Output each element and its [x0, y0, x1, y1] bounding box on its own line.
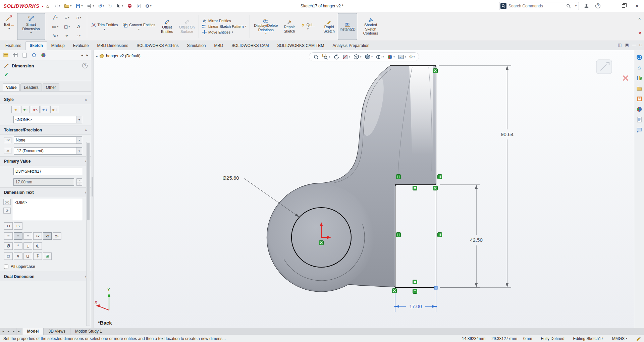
- align-left-button[interactable]: ≡: [4, 232, 13, 240]
- dimension-text-section-header[interactable]: Dimension Text ˄: [0, 187, 91, 197]
- tab-value[interactable]: Value: [3, 83, 20, 91]
- diameter-symbol-button[interactable]: Ø: [4, 242, 13, 250]
- forum-icon[interactable]: [636, 126, 643, 134]
- smart-dimension-button[interactable]: Smart Dimension ▾: [17, 13, 45, 40]
- square-symbol-button[interactable]: □: [4, 252, 13, 260]
- countersink-symbol-button[interactable]: ∨: [14, 252, 22, 260]
- more-symbols-button[interactable]: ⊞: [43, 252, 52, 260]
- unit-system-select[interactable]: MMGS ▾: [612, 336, 627, 341]
- save-button[interactable]: ▾: [74, 2, 84, 9]
- configuration-tab-icon[interactable]: [21, 52, 28, 59]
- degree-symbol-button[interactable]: °: [14, 242, 22, 250]
- solidworks-resources-icon[interactable]: ⌂: [636, 64, 643, 71]
- dim-handle[interactable]: [394, 305, 396, 307]
- tolerance-section-header[interactable]: Tolerance/Precision ˄: [0, 125, 91, 135]
- text-after-button[interactable]: x+: [53, 232, 61, 240]
- panel-splitter[interactable]: [91, 50, 94, 328]
- rebuild-button[interactable]: [126, 2, 133, 9]
- logo-caret-icon[interactable]: ▸: [42, 4, 44, 8]
- appearances-scenes-icon[interactable]: [636, 106, 643, 113]
- move-entities-button[interactable]: Move Entities ▾: [202, 30, 247, 35]
- open-button[interactable]: ▾: [63, 2, 73, 9]
- style-select[interactable]: <NONE> ▾: [13, 116, 82, 123]
- pane-split-icon[interactable]: ◫: [618, 43, 622, 47]
- tab-sketch[interactable]: Sketch: [25, 41, 47, 50]
- section-view-button[interactable]: ▾: [342, 54, 350, 60]
- circle-tool-button[interactable]: ○▾: [61, 13, 73, 22]
- align-right-button[interactable]: ≡: [23, 232, 32, 240]
- delete-style-button[interactable]: ★×: [31, 106, 40, 113]
- help-button[interactable]: ?: [594, 2, 602, 9]
- slot-tool-button[interactable]: ◻▾: [61, 22, 73, 31]
- centerline-symbol-button[interactable]: ℄: [33, 242, 42, 250]
- dimension-name-input[interactable]: [13, 168, 82, 175]
- previous-view-button[interactable]: [333, 54, 339, 60]
- tab-features[interactable]: Features: [1, 41, 25, 50]
- tab-analysis-preparation[interactable]: Analysis Preparation: [328, 41, 373, 50]
- instant2d-button[interactable]: 2D Instant2D: [338, 13, 357, 40]
- dual-dimension-section-header[interactable]: Dual Dimension ˅: [0, 272, 91, 281]
- linear-sketch-pattern-button[interactable]: Linear Sketch Pattern ▾: [202, 24, 247, 29]
- dim-diameter-text[interactable]: Ø25.60: [222, 175, 239, 181]
- exit-sketch-button[interactable]: Exit ... ▾: [2, 13, 16, 40]
- add-style-button[interactable]: ★+: [21, 106, 30, 113]
- tab-solidworks-addins[interactable]: SOLIDWORKS Add-Ins: [132, 41, 182, 50]
- splitter-handle[interactable]: [92, 177, 93, 196]
- load-style-button[interactable]: ★↥: [50, 106, 59, 113]
- select-button[interactable]: ▾: [115, 2, 124, 9]
- trim-entities-button[interactable]: Trim Entities ▾: [89, 13, 120, 40]
- tab-scroll-last-button[interactable]: ▸|: [16, 328, 22, 335]
- align-center-button[interactable]: ≡: [14, 232, 22, 240]
- apply-scene-button[interactable]: ▾: [398, 54, 406, 60]
- threedexperience-icon[interactable]: [636, 54, 643, 61]
- undo-button[interactable]: ↺▾: [97, 3, 105, 9]
- depth-symbol-button[interactable]: ↧: [33, 252, 42, 260]
- confirmation-corner[interactable]: [596, 60, 628, 80]
- spin-up-icon[interactable]: ˄: [76, 178, 82, 182]
- centerline-tool-button[interactable]: ·▾: [73, 31, 85, 40]
- all-uppercase-checkbox[interactable]: [4, 265, 8, 269]
- dimension-text-area[interactable]: <DIM>: [13, 199, 82, 220]
- offset-entities-button[interactable]: Offset Entities: [158, 13, 176, 40]
- scrollbar-thumb[interactable]: [87, 143, 90, 220]
- print-button[interactable]: ▾: [85, 2, 95, 9]
- view-palette-icon[interactable]: [636, 95, 643, 103]
- quick-snaps-button[interactable]: Qui... ▾: [299, 13, 317, 40]
- pane-minimize-icon[interactable]: —: [632, 43, 636, 47]
- tab-other[interactable]: Other: [43, 83, 59, 91]
- options-button[interactable]: ⚙▾: [144, 3, 153, 9]
- pane-box-icon[interactable]: □: [640, 43, 642, 47]
- editing-state[interactable]: Editing Sketch17: [573, 336, 603, 341]
- file-explorer-icon[interactable]: [636, 85, 643, 92]
- text-tool-button[interactable]: A: [73, 22, 85, 31]
- zoom-to-fit-button[interactable]: [313, 54, 319, 60]
- tab-3d-views[interactable]: 3D Views: [44, 328, 70, 335]
- tab-scroll-first-button[interactable]: |◂: [0, 328, 6, 335]
- new-document-button[interactable]: ▾: [52, 2, 61, 9]
- tab-markup[interactable]: Markup: [47, 41, 69, 50]
- flyout-tree-icon[interactable]: ▸: [96, 54, 98, 58]
- counterbore-symbol-button[interactable]: ⊔: [23, 252, 32, 260]
- tab-model[interactable]: Model: [22, 328, 44, 335]
- tolerance-select[interactable]: None ▾: [14, 136, 82, 144]
- selected-endpoint-handle[interactable]: [434, 286, 437, 289]
- dimension-90-64[interactable]: [439, 66, 511, 287]
- help-icon[interactable]: ?: [82, 63, 88, 68]
- justify-left-button[interactable]: ↤: [4, 222, 13, 230]
- style-section-header[interactable]: Style ˄: [0, 95, 91, 104]
- rectangle-tool-button[interactable]: ▭▾: [50, 22, 61, 31]
- account-button[interactable]: [582, 2, 591, 10]
- minimize-button[interactable]: [605, 2, 615, 10]
- ribbon-collapse-icon[interactable]: ˄: [639, 17, 641, 21]
- restore-button[interactable]: [619, 2, 629, 10]
- search-icon[interactable]: [566, 4, 571, 8]
- edit-appearance-button[interactable]: ▾: [387, 54, 395, 60]
- tab-solidworks-cam[interactable]: SOLIDWORKS CAM: [227, 41, 273, 50]
- model-scene[interactable]: 90.64 42.50 Ø25.60: [94, 50, 634, 328]
- primary-value-section-header[interactable]: Primary Value ˄: [0, 156, 91, 166]
- pane-grid-icon[interactable]: ▣: [625, 43, 629, 47]
- dimension-42-50[interactable]: [440, 185, 480, 287]
- design-library-icon[interactable]: [636, 74, 643, 82]
- part-body[interactable]: [267, 66, 436, 292]
- precision-select[interactable]: .12 (Document) ▾: [14, 147, 82, 155]
